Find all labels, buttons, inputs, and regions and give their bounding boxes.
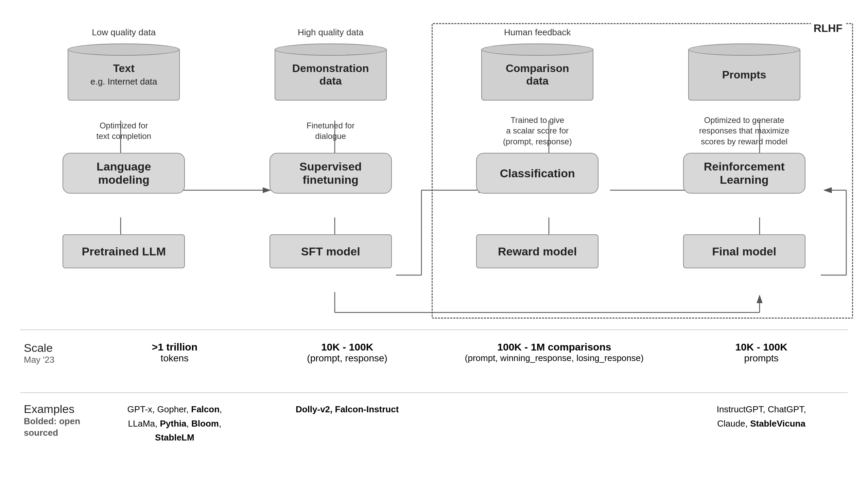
col3-data-label: Human feedback bbox=[504, 27, 571, 39]
col1-data-label: Low quality data bbox=[92, 27, 156, 39]
col4-cylinder-wrap: Prompts bbox=[688, 50, 800, 101]
col2-output-box: SFT model bbox=[270, 234, 392, 268]
col3-cyl-top bbox=[481, 43, 593, 56]
divider-1 bbox=[20, 329, 848, 330]
col2-data-label: High quality data bbox=[298, 27, 364, 39]
scale-section: Scale May '23 >1 trillion tokens 10K - 1… bbox=[20, 335, 848, 365]
examples-title: Examples bbox=[24, 402, 88, 416]
col1-process-box: Languagemodeling bbox=[63, 153, 185, 194]
examples-title-col: Examples Bolded: opensourced bbox=[20, 402, 88, 439]
scale-col4: 10K - 100K prompts bbox=[675, 341, 848, 364]
col2-cylinder-wrap: Demonstrationdata bbox=[275, 50, 387, 101]
col4-cylinder: Prompts bbox=[688, 50, 800, 101]
scale-col3: 100K - 1M comparisons (prompt, winning_r… bbox=[433, 341, 675, 363]
col3-arrow-label: Trained to givea scalar score for(prompt… bbox=[500, 109, 575, 153]
divider-2 bbox=[20, 392, 848, 393]
col4-cyl-top bbox=[688, 43, 800, 56]
examples-col1: GPT-x, Gopher, Falcon,LLaMa, Pythia, Blo… bbox=[88, 402, 261, 445]
col2-cylinder: Demonstrationdata bbox=[275, 50, 387, 101]
column-4: Prompts Optimized to generateresponses t… bbox=[641, 27, 848, 268]
col1-arrow-label: Optimized fortext completion bbox=[97, 109, 151, 153]
col2-arrow-label: Finetuned fordialogue bbox=[307, 109, 354, 153]
col1-cyl-top bbox=[68, 43, 180, 56]
col2-process-box: Supervisedfinetuning bbox=[270, 153, 392, 194]
col3-output-box: Reward model bbox=[476, 234, 598, 268]
col3-cylinder: Comparisondata bbox=[481, 50, 593, 101]
column-3: Human feedback Comparisondata Trained to… bbox=[434, 27, 641, 268]
examples-col2: Dolly-v2, Falcon-Instruct bbox=[261, 402, 434, 417]
col1-cylinder: Texte.g. Internet data bbox=[68, 50, 180, 101]
col3-process-box: Classification bbox=[476, 153, 598, 194]
scale-subtitle: May '23 bbox=[24, 355, 88, 365]
col4-process-box: ReinforcementLearning bbox=[683, 153, 805, 194]
scale-title-col: Scale May '23 bbox=[20, 341, 88, 365]
col4-output-box: Final model bbox=[683, 234, 805, 268]
examples-subtitle: Bolded: opensourced bbox=[24, 416, 88, 439]
examples-col4: InstructGPT, ChatGPT,Claude, StableVicun… bbox=[675, 402, 848, 431]
col4-data-label bbox=[743, 27, 745, 39]
scale-col2: 10K - 100K (prompt, response) bbox=[261, 341, 434, 364]
column-1: Low quality data Texte.g. Internet data … bbox=[20, 27, 227, 268]
scale-col1: >1 trillion tokens bbox=[88, 341, 261, 364]
col3-cylinder-wrap: Comparisondata bbox=[481, 50, 593, 101]
scale-title: Scale bbox=[24, 341, 88, 355]
examples-section: Examples Bolded: opensourced GPT-x, Goph… bbox=[20, 396, 848, 445]
col1-cylinder-wrap: Texte.g. Internet data bbox=[68, 50, 180, 101]
diagram-columns: Low quality data Texte.g. Internet data … bbox=[20, 27, 848, 268]
col4-arrow-label: Optimized to generateresponses that maxi… bbox=[696, 109, 793, 153]
col1-output-box: Pretrained LLM bbox=[63, 234, 185, 268]
column-2: High quality data Demonstrationdata Fine… bbox=[227, 27, 434, 268]
col2-cyl-top bbox=[275, 43, 387, 56]
